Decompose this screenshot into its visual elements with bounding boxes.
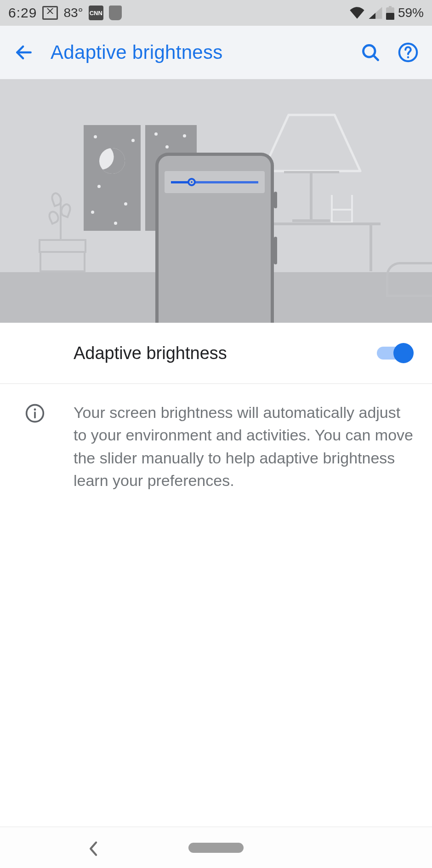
status-left: 6:29 83° CNN: [8, 5, 122, 21]
wifi-icon: [349, 7, 365, 19]
cell-signal-icon: [369, 7, 382, 19]
svg-rect-2: [389, 6, 392, 8]
help-icon: [398, 42, 419, 63]
navigation-bar: [0, 827, 432, 868]
back-button[interactable]: [13, 41, 35, 63]
info-description: Your screen brightness will automaticall…: [74, 401, 414, 492]
nfl-icon: [109, 6, 122, 20]
search-button[interactable]: [359, 41, 381, 63]
brightness-slider-illustration: [165, 171, 265, 193]
svg-rect-1: [386, 13, 394, 20]
gmail-icon: [42, 6, 58, 20]
illustration-banner: [0, 79, 432, 323]
chevron-left-icon: [87, 841, 100, 857]
adaptive-brightness-label: Adaptive brightness: [74, 343, 377, 363]
svg-line-5: [374, 56, 378, 60]
cnn-icon: CNN: [89, 6, 103, 20]
battery-icon: [386, 6, 394, 20]
lamp-shade-icon: [260, 113, 363, 175]
info-row: Your screen brightness will automaticall…: [0, 384, 432, 492]
status-right: 59%: [349, 6, 424, 20]
adaptive-brightness-row[interactable]: Adaptive brightness: [0, 323, 432, 384]
help-button[interactable]: [397, 41, 419, 63]
svg-point-11: [34, 408, 36, 411]
status-temperature: 83°: [63, 6, 83, 20]
arrow-back-icon: [14, 42, 34, 63]
search-icon: [360, 42, 381, 63]
page-title: Adaptive brightness: [51, 41, 344, 63]
svg-point-7: [407, 56, 409, 58]
info-icon: [25, 403, 45, 423]
app-bar: Adaptive brightness: [0, 26, 432, 79]
status-time: 6:29: [8, 5, 37, 21]
status-battery-percent: 59%: [398, 6, 424, 20]
nav-back-button[interactable]: [87, 841, 100, 858]
adaptive-brightness-toggle[interactable]: [377, 343, 414, 363]
svg-marker-8: [263, 115, 360, 171]
nav-home-pill[interactable]: [188, 843, 244, 853]
status-bar: 6:29 83° CNN 59%: [0, 0, 432, 26]
